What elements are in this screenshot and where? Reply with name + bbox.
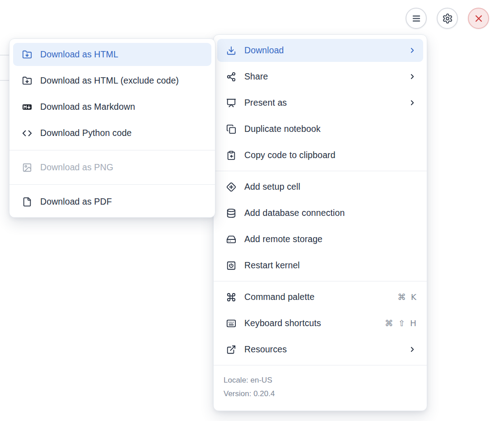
menu-item-add-remote-storage[interactable]: Add remote storage (217, 228, 423, 251)
gear-icon (442, 13, 453, 24)
menu-item-command-palette[interactable]: Command palette ⌘K (217, 285, 423, 309)
menu-item-label: Download as PNG (40, 162, 205, 173)
chevron-right-icon (408, 99, 416, 107)
download-submenu: Download as HTML Download as HTML (exclu… (9, 38, 215, 218)
menu-separator (9, 184, 215, 185)
menu-item-share[interactable]: Share (217, 65, 423, 88)
close-button[interactable] (468, 8, 489, 29)
shortcut-keys: ⌘K (397, 292, 416, 302)
command-icon (226, 292, 236, 302)
version-text: Version: 0.20.4 (224, 389, 417, 398)
menu-item-label: Add setup cell (244, 182, 416, 192)
folder-down-icon (22, 76, 32, 86)
menu-item-download-as-html-exclude-code[interactable]: Download as HTML (exclude code) (13, 69, 211, 92)
menu-item-label: Download as HTML (40, 49, 205, 60)
database-icon (226, 208, 236, 218)
menu-item-label: Download as PDF (40, 196, 205, 207)
file-icon (22, 197, 32, 207)
code-icon (22, 128, 32, 138)
shortcut-keys: ⌘⇧H (385, 318, 416, 328)
power-square-icon (226, 261, 236, 271)
image-icon (22, 163, 32, 173)
menu-footer: Locale: en-US Version: 0.20.4 (217, 370, 423, 407)
menu-item-label: Copy code to clipboard (244, 150, 416, 160)
locale-text: Locale: en-US (224, 376, 417, 385)
hard-drive-icon (226, 234, 236, 244)
markdown-icon (22, 102, 32, 112)
menu-item-download-python-code[interactable]: Download Python code (13, 122, 211, 145)
download-icon (226, 46, 236, 56)
close-icon (473, 13, 484, 24)
share-icon (226, 72, 236, 82)
menu-item-label: Resources (244, 344, 400, 355)
menu-item-label: Add database connection (244, 208, 416, 218)
presentation-icon (226, 98, 236, 108)
clipboard-copy-icon (226, 150, 236, 160)
notebook-main-menu: Download Share Present as Duplicate note… (213, 34, 427, 411)
background-edge-line (0, 80, 9, 81)
menu-item-download-as-png: Download as PNG (13, 156, 211, 179)
hamburger-icon (411, 13, 422, 24)
menu-item-resources[interactable]: Resources (217, 338, 423, 361)
menu-item-present-as[interactable]: Present as (217, 91, 423, 114)
menu-separator (9, 150, 215, 150)
menu-item-label: Share (244, 71, 400, 82)
menu-item-label: Restart kernel (244, 260, 416, 271)
menu-item-label: Download (244, 45, 400, 56)
menu-item-add-setup-cell[interactable]: Add setup cell (217, 175, 423, 198)
chevron-right-icon (408, 47, 416, 55)
menu-item-label: Add remote storage (244, 234, 416, 244)
menu-item-keyboard-shortcuts[interactable]: Keyboard shortcuts ⌘⇧H (217, 312, 423, 335)
menu-item-label: Present as (244, 98, 400, 108)
menu-item-download-as-pdf[interactable]: Download as PDF (13, 190, 211, 213)
chevron-right-icon (408, 73, 416, 81)
background-edge-line (0, 55, 9, 56)
menu-item-copy-code-to-clipboard[interactable]: Copy code to clipboard (217, 144, 423, 167)
settings-button[interactable] (437, 8, 458, 29)
diamond-plus-icon (226, 182, 236, 192)
menu-separator (214, 171, 427, 171)
chevron-right-icon (408, 346, 416, 354)
menu-item-restart-kernel[interactable]: Restart kernel (217, 254, 423, 277)
folder-down-icon (22, 50, 32, 60)
menu-item-download-as-html[interactable]: Download as HTML (13, 43, 211, 66)
menu-item-duplicate-notebook[interactable]: Duplicate notebook (217, 117, 423, 140)
menu-separator (214, 365, 427, 365)
keyboard-icon (226, 318, 236, 328)
app-canvas: Download as HTML Download as HTML (exclu… (0, 0, 504, 421)
menu-item-label: Download as Markdown (40, 102, 205, 112)
menu-item-download[interactable]: Download (217, 39, 423, 62)
external-link-icon (226, 345, 236, 355)
hamburger-menu-button[interactable] (406, 8, 427, 29)
copy-icon (226, 124, 236, 134)
menu-item-label: Keyboard shortcuts (244, 318, 377, 328)
menu-item-label: Duplicate notebook (244, 124, 416, 134)
menu-item-label: Download as HTML (exclude code) (40, 75, 205, 86)
menu-item-label: Command palette (244, 292, 389, 302)
menu-item-download-as-markdown[interactable]: Download as Markdown (13, 95, 211, 118)
menu-separator (214, 281, 427, 281)
menu-item-label: Download Python code (40, 128, 205, 138)
menu-item-add-database-connection[interactable]: Add database connection (217, 201, 423, 225)
